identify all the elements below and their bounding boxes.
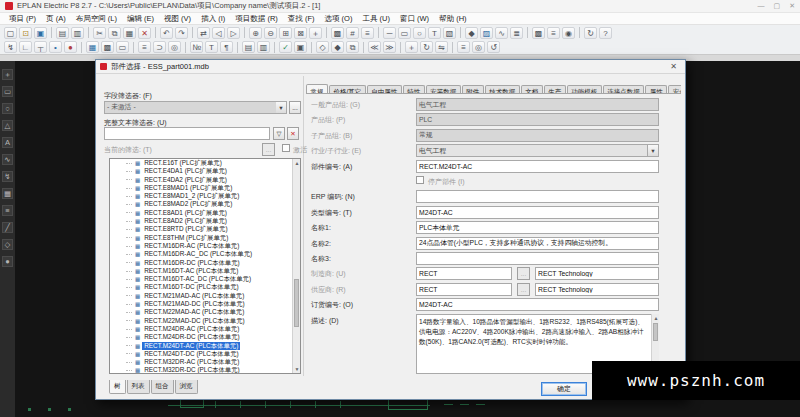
black-box-icon[interactable]: ▩	[101, 41, 114, 53]
tab-技术数据[interactable]: 技术数据	[485, 85, 520, 95]
tree-item[interactable]: ▦RECT.M21MAD-DC (PLC本体单元)	[110, 300, 300, 308]
path-text-icon[interactable]: ¶	[220, 41, 233, 53]
tree-item[interactable]: ▦RECT.M16DR-AC_DC (PLC本体单元)	[110, 250, 300, 258]
general-product-group-field[interactable]	[416, 98, 659, 111]
structure-box-icon[interactable]: ▭	[116, 41, 129, 53]
tree-item[interactable]: ▦RECT.E4DA2 (PLC扩展单元)	[110, 176, 300, 184]
zoom-out-icon[interactable]: ⊖	[264, 27, 277, 39]
plc-box-icon[interactable]: ▦	[86, 41, 99, 53]
tab-附件[interactable]: 附件	[462, 85, 484, 95]
tree-item[interactable]: ▦RECT.E8AD1 (PLC扩展单元)	[110, 209, 300, 217]
supplier-browse-button[interactable]: ...	[517, 283, 530, 296]
designation-1-field[interactable]	[416, 221, 659, 234]
designation-2-field[interactable]	[416, 237, 659, 250]
tree-item[interactable]: ▦RECT.E8THM (PLC扩展单元)	[110, 234, 300, 242]
new-page-icon[interactable]: ▢	[4, 27, 17, 39]
redo-icon[interactable]: ↷	[175, 27, 188, 39]
grid-icon[interactable]: ▩	[331, 27, 344, 39]
graphic-circle-icon[interactable]: ○	[2, 103, 13, 114]
labeling-icon[interactable]: ▥	[257, 41, 270, 53]
tree-item[interactable]: ▦RECT.M21MAD-AC (PLC本体单元)	[110, 292, 300, 300]
field-filter-select[interactable]: - 未激活 -	[104, 101, 287, 114]
paste-icon[interactable]: ▦	[123, 27, 136, 39]
t-node-icon[interactable]: ┬	[34, 41, 47, 53]
menu-item-options[interactable]: 选项 (O)	[319, 14, 357, 24]
pan-icon[interactable]: ＋	[309, 27, 322, 39]
field-filter-browse-button[interactable]: ...	[289, 101, 301, 114]
tree-item[interactable]: ▦RECT.E8MAD1 (PLC扩展单元)	[110, 184, 300, 192]
line-tool-icon[interactable]: ╱	[2, 222, 13, 233]
tree-item[interactable]: ▦RECT.M16DR-DC (PLC本体单元)	[110, 259, 300, 267]
mirror-icon[interactable]: ⇋	[435, 41, 448, 53]
erp-number-field[interactable]	[416, 190, 659, 203]
dialog-title-bar[interactable]: 部件选择 - ESS_part001.mdb ✕	[96, 60, 685, 74]
snap-to-grid-icon[interactable]: #	[346, 27, 359, 39]
tree-item[interactable]: ▦RECT.E8MAD2 (PLC扩展单元)	[110, 200, 300, 208]
view-tab-1[interactable]: 列表	[127, 380, 150, 394]
wire-numbering-icon[interactable]: №	[190, 41, 203, 53]
save-icon[interactable]: ▣	[34, 27, 47, 39]
tab-安全值[interactable]: 安全值	[668, 85, 681, 95]
discontinued-part-checkbox[interactable]	[416, 176, 424, 184]
fulltext-filter-input[interactable]	[104, 127, 270, 140]
menu-item-help[interactable]: 帮助 (H)	[434, 14, 472, 24]
parts-tree[interactable]: ▦RECT.E16T (PLC扩展单元)▦RECT.E4DA1 (PLC扩展单元…	[109, 158, 301, 374]
maximize-button[interactable]: ▢	[774, 2, 781, 10]
tree-item[interactable]: ▦RECT.M16DT-AC_DC (PLC本体单元)	[110, 275, 300, 283]
tree-item[interactable]: ▦RECT.M24DR-AC (PLC本体单元)	[110, 325, 300, 333]
menu-item-find[interactable]: 查找 (F)	[283, 14, 320, 24]
tree-item[interactable]: ▦RECT.M22MAD-AC (PLC本体单元)	[110, 308, 300, 316]
draw-ellipse-icon[interactable]: ○	[413, 27, 426, 39]
manufacturer-field[interactable]	[416, 267, 512, 280]
search-icon[interactable]: ◎	[472, 41, 485, 53]
undo-icon[interactable]: ↶	[160, 27, 173, 39]
manufacturer-name-field[interactable]	[535, 267, 659, 280]
tab-特性[interactable]: 特性	[403, 85, 425, 95]
tree-item[interactable]: ▦RECT.M32DR-DC (PLC本体单元)	[110, 366, 300, 374]
tab-功能模板[interactable]: 功能模板	[567, 85, 602, 95]
tree-item[interactable]: ▦RECT.M24DR-DC (PLC本体单元)	[110, 333, 300, 341]
graphic-polygon-icon[interactable]: △	[2, 120, 13, 131]
cut-icon[interactable]: ✂	[93, 27, 106, 39]
page-navigator-icon[interactable]: ⇄	[197, 27, 210, 39]
minimize-button[interactable]: —	[758, 2, 765, 10]
graphic-rectangle-icon[interactable]: ▭	[2, 86, 13, 97]
product-subgroup-field[interactable]	[416, 129, 659, 142]
print-preview-icon[interactable]: ▥	[71, 27, 84, 39]
tab-自由属性[interactable]: 自由属性	[367, 85, 402, 95]
extra-filter-browse-button[interactable]: ...	[262, 143, 275, 156]
messages-icon[interactable]: ▣	[294, 41, 307, 53]
tree-item[interactable]: ▦RECT.M24DT-DC (PLC本体单元)	[110, 350, 300, 358]
junction-icon[interactable]: •	[49, 41, 62, 53]
symbol-select-icon[interactable]: ◆	[465, 27, 478, 39]
tree-item[interactable]: ▦RECT.M24DT-AC (PLC本体单元)	[110, 342, 300, 350]
view-tab-3[interactable]: 浏览	[175, 380, 198, 394]
reports-icon[interactable]: ▤	[242, 41, 255, 53]
clear-filter-button[interactable]: ✕	[287, 127, 299, 140]
copy-icon[interactable]: ⧉	[108, 27, 121, 39]
scrollbar-thumb[interactable]	[294, 279, 299, 327]
menu-item-edit[interactable]: 编辑 (E)	[122, 14, 159, 24]
insert-cable-icon[interactable]: ∿	[495, 27, 508, 39]
chevron-down-icon[interactable]: ▼	[648, 144, 659, 157]
filter-active-checkbox[interactable]	[282, 144, 290, 152]
previous-page-icon[interactable]: ◁	[212, 27, 225, 39]
tree-item[interactable]: ▦RECT.M32DR-AC (PLC本体单元)	[110, 358, 300, 366]
plug-icon[interactable]: ⊃	[153, 41, 166, 53]
terminal-icon[interactable]: ≡	[138, 41, 151, 53]
zoom-fit-icon[interactable]: ⊠	[294, 27, 307, 39]
tree-item[interactable]: ▦RECT.M16DT-AC (PLC本体单元)	[110, 267, 300, 275]
potential-tool-icon[interactable]: ↯	[2, 171, 13, 182]
align-right-icon[interactable]: ≫	[383, 41, 396, 53]
text-tool-icon[interactable]: A	[2, 137, 13, 148]
scroll-down-icon[interactable]: ▼	[293, 365, 301, 373]
update-icon[interactable]: ↺	[487, 41, 500, 53]
product-group-field[interactable]	[416, 113, 659, 126]
insert-macro-icon[interactable]: ◆	[331, 41, 344, 53]
check-project-icon[interactable]: ✓	[279, 41, 292, 53]
chevron-down-icon[interactable]: ▼	[276, 101, 287, 114]
tab-生产[interactable]: 生产	[544, 85, 566, 95]
supplier-field[interactable]	[416, 283, 512, 296]
order-number-field[interactable]	[416, 298, 659, 311]
scrollbar-thumb[interactable]	[653, 323, 658, 341]
